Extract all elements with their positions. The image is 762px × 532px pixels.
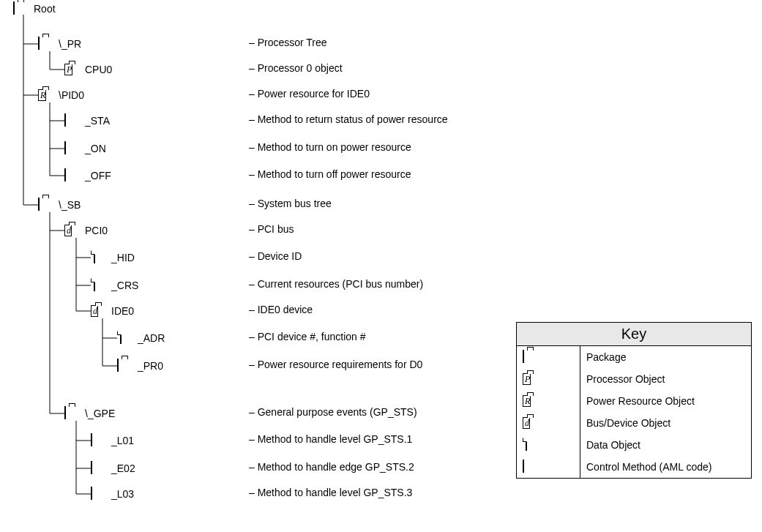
tree-node-pr0[interactable]: _PR0 — [117, 359, 163, 373]
tree-node-desc: – Processor Tree — [249, 37, 327, 48]
tree-node-sta[interactable]: _STA — [64, 113, 110, 128]
tree-node-hid[interactable]: _HID — [91, 250, 135, 265]
tree-node-desc: – Method to handle edge GP_STS.2 — [249, 461, 414, 473]
tree-node-cpu0[interactable]: P CPU0 — [64, 62, 112, 77]
tree-node-pid0[interactable]: R \PID0 — [38, 88, 84, 102]
legend-label: Bus/Device Object — [580, 412, 752, 434]
legend-title: Key — [517, 323, 751, 346]
tree-node-label: _CRS — [111, 280, 138, 291]
tree-node-off[interactable]: _OFF — [64, 168, 111, 183]
tree-node-e02[interactable]: _E02 — [91, 461, 135, 476]
tree-node-sb[interactable]: \_SB — [38, 198, 81, 212]
tree-node-desc: – Processor 0 object — [249, 62, 343, 74]
tree-node-desc: – Power resource requirements for D0 — [249, 359, 422, 370]
package-icon — [38, 198, 59, 211]
tree-node-desc: – System bus tree — [249, 198, 332, 209]
package-icon — [13, 2, 34, 15]
tree-node-desc: – PCI device #, function # — [249, 331, 366, 342]
tree-node-label: _L01 — [111, 435, 134, 446]
tree-node-label: \_SB — [59, 199, 81, 211]
tree-node-label: _OFF — [85, 170, 111, 181]
tree-node-gpe[interactable]: \_GPE — [64, 406, 115, 421]
method-icon — [64, 142, 85, 155]
method-icon — [91, 487, 111, 501]
package-icon — [523, 351, 543, 364]
power-resource-icon: R — [523, 394, 543, 408]
tree-node-l03[interactable]: _L03 — [91, 487, 134, 501]
legend-row: P Processor Object — [517, 368, 751, 390]
legend-table: Package P Processor Object R Power Resou… — [517, 346, 751, 478]
package-icon — [38, 37, 59, 50]
tree-node-pr[interactable]: \_PR — [38, 37, 81, 51]
power-resource-icon: R — [38, 89, 59, 102]
legend-label: Power Resource Object — [580, 390, 752, 412]
tree-node-desc: – Method to turn on power resource — [249, 141, 411, 153]
tree-node-desc: – Method to return status of power resou… — [249, 113, 448, 125]
legend-row: Data Object — [517, 434, 751, 456]
legend-row: d Bus/Device Object — [517, 412, 751, 434]
tree-node-label: IDE0 — [111, 305, 134, 317]
method-icon — [523, 460, 543, 473]
processor-icon: P — [64, 63, 85, 76]
package-icon — [117, 359, 138, 372]
tree-node-adr[interactable]: _ADR — [117, 331, 165, 345]
method-icon — [91, 434, 111, 447]
tree-node-label: \PID0 — [59, 89, 84, 101]
tree-node-on[interactable]: _ON — [64, 141, 106, 156]
tree-node-crs[interactable]: _CRS — [91, 278, 138, 293]
legend-row: R Power Resource Object — [517, 390, 751, 412]
tree-node-label: \_GPE — [85, 408, 115, 419]
tree-node-desc: – Method to handle level GP_STS.1 — [249, 433, 412, 445]
device-icon: d — [523, 416, 543, 430]
data-icon — [117, 331, 138, 345]
tree-node-label: _ON — [85, 143, 106, 154]
tree-node-desc: – IDE0 device — [249, 304, 313, 315]
tree-node-desc: – Device ID — [249, 250, 302, 262]
legend-row: Package — [517, 346, 751, 368]
tree-node-label: _HID — [111, 252, 135, 263]
legend-row: Control Method (AML code) — [517, 456, 751, 478]
tree-node-label: _STA — [85, 115, 110, 127]
method-icon — [64, 114, 85, 127]
tree-node-desc: – Method to turn off power resource — [249, 168, 411, 180]
tree-node-label: \_PR — [59, 38, 81, 50]
legend-box: Key Package P Processor Object R Power R… — [516, 322, 752, 479]
package-icon — [64, 407, 85, 420]
tree-node-root[interactable]: Root — [13, 1, 56, 16]
legend-label: Processor Object — [580, 368, 752, 390]
legend-label: Control Method (AML code) — [580, 456, 752, 478]
method-icon — [64, 169, 85, 182]
processor-icon: P — [523, 372, 543, 386]
tree-node-ide0[interactable]: d IDE0 — [91, 304, 134, 318]
legend-label: Data Object — [580, 434, 752, 456]
tree-node-label: CPU0 — [85, 64, 112, 75]
tree-node-pci0[interactable]: d PCI0 — [64, 223, 108, 238]
data-icon — [523, 438, 543, 452]
tree-node-label: _E02 — [111, 462, 135, 474]
device-icon: d — [91, 304, 111, 318]
tree-node-desc: – General purpose events (GP_STS) — [249, 406, 417, 418]
tree-node-desc: – Method to handle level GP_STS.3 — [249, 487, 412, 498]
tree-node-label: PCI0 — [85, 225, 108, 236]
device-icon: d — [64, 224, 85, 237]
tree-node-label: _ADR — [138, 332, 165, 344]
tree-node-label: _L03 — [111, 488, 134, 500]
legend-label: Package — [580, 346, 752, 368]
method-icon — [91, 462, 111, 475]
tree-node-desc: – Power resource for IDE0 — [249, 88, 370, 100]
tree-node-label: _PR0 — [138, 360, 163, 372]
tree-node-label: Root — [34, 3, 56, 15]
tree-node-l01[interactable]: _L01 — [91, 433, 134, 448]
data-icon — [91, 279, 111, 292]
tree-node-desc: – Current resources (PCI bus number) — [249, 278, 423, 290]
data-icon — [91, 251, 111, 264]
tree-node-desc: – PCI bus — [249, 223, 294, 235]
